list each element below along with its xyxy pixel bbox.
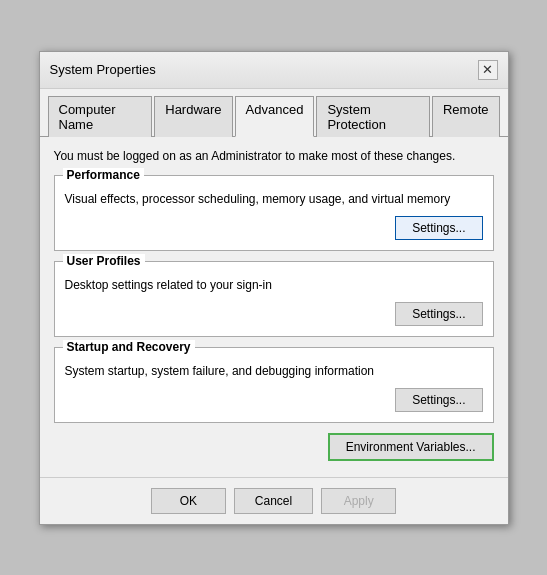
cancel-button[interactable]: Cancel xyxy=(234,488,313,514)
close-icon: ✕ xyxy=(482,62,493,77)
startup-recovery-title: Startup and Recovery xyxy=(63,340,195,354)
tab-bar: Computer Name Hardware Advanced System P… xyxy=(40,89,508,137)
apply-button[interactable]: Apply xyxy=(321,488,396,514)
startup-recovery-description: System startup, system failure, and debu… xyxy=(65,364,483,378)
user-profiles-settings-button[interactable]: Settings... xyxy=(395,302,482,326)
tab-system-protection[interactable]: System Protection xyxy=(316,96,430,137)
user-profiles-buttons: Settings... xyxy=(65,302,483,326)
dialog-footer: OK Cancel Apply xyxy=(40,477,508,524)
env-variables-wrapper: Environment Variables... xyxy=(54,433,494,461)
user-profiles-title: User Profiles xyxy=(63,254,145,268)
tab-hardware[interactable]: Hardware xyxy=(154,96,232,137)
startup-recovery-section: Startup and Recovery System startup, sys… xyxy=(54,347,494,423)
performance-description: Visual effects, processor scheduling, me… xyxy=(65,192,483,206)
user-profiles-description: Desktop settings related to your sign-in xyxy=(65,278,483,292)
system-properties-window: System Properties ✕ Computer Name Hardwa… xyxy=(39,51,509,525)
environment-variables-button[interactable]: Environment Variables... xyxy=(328,433,494,461)
title-bar-controls: ✕ xyxy=(478,60,498,80)
ok-button[interactable]: OK xyxy=(151,488,226,514)
user-profiles-section: User Profiles Desktop settings related t… xyxy=(54,261,494,337)
startup-recovery-buttons: Settings... xyxy=(65,388,483,412)
tab-remote[interactable]: Remote xyxy=(432,96,500,137)
close-button[interactable]: ✕ xyxy=(478,60,498,80)
performance-section: Performance Visual effects, processor sc… xyxy=(54,175,494,251)
startup-recovery-settings-button[interactable]: Settings... xyxy=(395,388,482,412)
performance-settings-button[interactable]: Settings... xyxy=(395,216,482,240)
title-bar: System Properties ✕ xyxy=(40,52,508,89)
window-title: System Properties xyxy=(50,62,156,77)
performance-title: Performance xyxy=(63,168,144,182)
tab-content: You must be logged on as an Administrato… xyxy=(40,137,508,477)
performance-buttons: Settings... xyxy=(65,216,483,240)
tab-computer-name[interactable]: Computer Name xyxy=(48,96,153,137)
admin-info-text: You must be logged on as an Administrato… xyxy=(54,149,494,163)
tab-advanced[interactable]: Advanced xyxy=(235,96,315,137)
